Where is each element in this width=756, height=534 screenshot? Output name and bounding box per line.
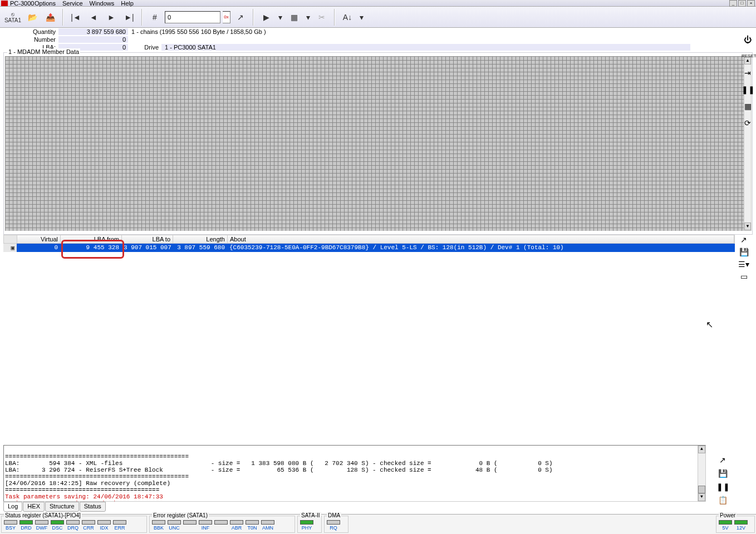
sata-title: SATA-II	[300, 512, 321, 518]
play-dropdown[interactable]: ▾	[276, 9, 284, 25]
status-bar: Status register (SATA1)-[PIO4] BSYDRDDWF…	[0, 514, 756, 534]
status-reg-title: Status register (SATA1)-[PIO4]	[4, 512, 82, 518]
sort-icon[interactable]: A↓	[340, 9, 355, 25]
led-label: DRD	[21, 525, 32, 531]
led-indicator	[246, 520, 259, 525]
reset-icon[interactable]: RESET	[742, 50, 754, 62]
led-label: UNC	[169, 525, 180, 531]
save-chain-icon[interactable]: 💾	[737, 247, 750, 258]
log-scroll-up-icon[interactable]: ▲	[698, 446, 705, 453]
tab-log[interactable]: Log	[3, 502, 22, 512]
lba-input-unit: 0x	[223, 11, 230, 23]
chain-props-icon[interactable]: ☰▾	[737, 259, 750, 270]
log-line: ========================================…	[5, 487, 159, 493]
chain-del-icon[interactable]: ▭	[737, 271, 750, 283]
menu-windows[interactable]: Windows	[90, 0, 115, 7]
led-label: CRR	[83, 525, 94, 531]
goto-icon[interactable]: ↗	[233, 9, 248, 25]
led-bsy: BSY	[4, 520, 17, 531]
log-pause-icon[interactable]: ❚❚	[716, 482, 729, 493]
log-line: ========================================…	[5, 453, 189, 460]
log-copy-icon[interactable]: 📋	[716, 495, 729, 506]
power-icon[interactable]: ⏻	[742, 33, 754, 46]
led-label: ERR	[114, 525, 125, 531]
minimize-button[interactable]: _	[729, 0, 737, 7]
menu-bar: Options Service Windows Help	[1, 0, 134, 7]
lba-input[interactable]	[165, 11, 220, 23]
prev-icon[interactable]: ◄	[86, 9, 101, 25]
format-icon[interactable]: ▦	[742, 100, 754, 112]
pause-icon[interactable]: ❚❚	[742, 83, 754, 96]
log-line: LBA: 3 296 724 - ReiserFS S+Tree Block -…	[5, 467, 553, 473]
export-icon[interactable]: 📤	[42, 9, 58, 25]
led-indicator	[719, 520, 732, 525]
tab-status[interactable]: Status	[80, 502, 106, 512]
log-panel: ========================================…	[3, 445, 706, 512]
led-12v: 12V	[734, 520, 748, 531]
error-reg-title: Error register (SATA1)	[152, 512, 209, 518]
th-length[interactable]: Length	[173, 235, 228, 243]
led-crr: CRR	[82, 520, 95, 531]
led-drd: DRD	[19, 520, 33, 531]
led-indicator	[19, 520, 33, 525]
status-register-group: Status register (SATA1)-[PIO4] BSYDRDDWF…	[1, 516, 147, 533]
th-lba-from[interactable]: LBA from	[61, 235, 122, 243]
sort-dropdown[interactable]: ▾	[357, 9, 365, 25]
log-side-tools: ↗ 💾 ❚❚ 📋	[711, 455, 734, 506]
menu-help[interactable]: Help	[121, 0, 134, 7]
cursor-icon: ↖	[706, 319, 713, 330]
th-lba-to[interactable]: LBA to	[122, 235, 173, 243]
toolbar: ⎋ SATA1 📂 📤 |◄ ◄ ► ►| # 0x ↗ ▶ ▾ ▦ ▾ ✂ A…	[0, 7, 756, 28]
sata1-button[interactable]: ⎋ SATA1	[3, 8, 22, 27]
grid-toggle-icon[interactable]: #	[147, 9, 163, 25]
menu-service[interactable]: Service	[62, 0, 83, 7]
cell-from: 9 455 328	[60, 244, 121, 252]
menu-options[interactable]: Options	[35, 0, 56, 7]
led-indicator	[199, 520, 212, 525]
led-indicator	[327, 520, 340, 525]
bitmap-area[interactable]	[5, 56, 745, 231]
log-export-icon[interactable]: ↗	[716, 455, 729, 466]
sata-group: SATA-II PHY	[297, 516, 322, 533]
next-icon[interactable]: ►	[104, 9, 119, 25]
info-lba-row: LBA: 0 Drive 1 - PC3000 SATA1	[0, 43, 756, 51]
open-icon[interactable]: 📂	[24, 9, 40, 25]
log-scrollbar[interactable]: ▲ ▼	[698, 446, 705, 501]
table-side-tools: ↗ 💾 ☰▾ ▭	[735, 235, 753, 283]
matrix-icon[interactable]: ▦	[286, 9, 302, 25]
led-indicator	[51, 520, 64, 525]
self-test-icon[interactable]: ⟳	[742, 117, 754, 129]
led-indicator	[66, 520, 80, 525]
led-label: IDX	[100, 525, 108, 531]
log-scroll-thumb[interactable]	[698, 486, 705, 493]
info-number-row: Number 0	[0, 36, 756, 43]
first-icon[interactable]: |◄	[68, 9, 84, 25]
led-indicator	[168, 520, 181, 525]
cell-len: 3 897 559 680	[173, 244, 227, 252]
dma-title: DMA	[327, 512, 341, 518]
play-icon[interactable]: ▶	[258, 9, 274, 25]
led-label: DWF	[36, 525, 48, 531]
log-scroll-down-icon[interactable]: ▼	[698, 493, 705, 501]
matrix-dropdown[interactable]: ▾	[304, 9, 312, 25]
th-about[interactable]: About	[228, 235, 734, 243]
th-virtual[interactable]: Virtual	[17, 235, 61, 243]
led-indicator	[183, 520, 197, 525]
maximize-button[interactable]: □	[738, 0, 746, 7]
last-icon[interactable]: ►|	[121, 9, 137, 25]
tab-hex[interactable]: HEX	[23, 502, 45, 512]
standby-icon[interactable]: ⇥	[742, 67, 754, 79]
tab-structure[interactable]: Structure	[45, 502, 79, 512]
led-t0n: T0N	[246, 520, 259, 531]
quantity-trail: 1 - chains (1995 550 556 160 Byte / 1858…	[128, 28, 266, 35]
log-save-icon[interactable]: 💾	[716, 468, 729, 479]
table-row[interactable]: ▣ 0 9 455 328 3 907 015 007 3 897 559 68…	[3, 244, 735, 252]
led-bbk: BBK	[152, 520, 165, 531]
log-body[interactable]: ========================================…	[3, 445, 706, 502]
led-unc: UNC	[168, 520, 181, 531]
close-button[interactable]: ×	[747, 0, 755, 7]
tools-icon[interactable]: ✂	[314, 9, 330, 25]
scroll-down-icon[interactable]: ▼	[744, 222, 751, 230]
add-chain-icon[interactable]: ↗	[737, 235, 750, 246]
led-indicator	[734, 520, 748, 525]
